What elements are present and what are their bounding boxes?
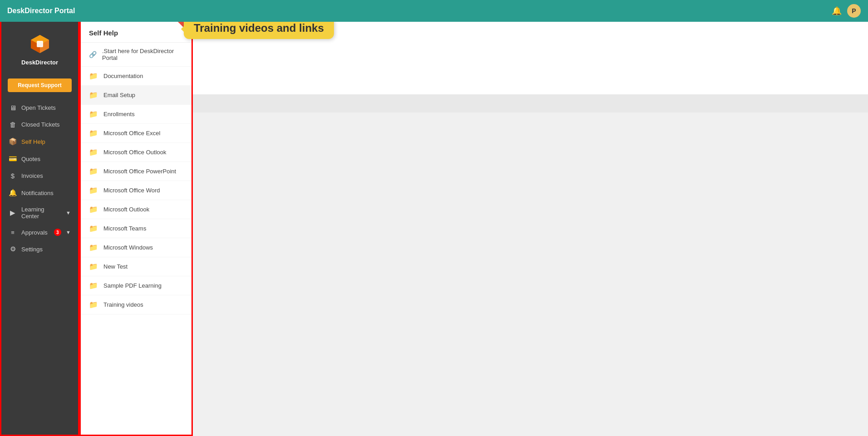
self-help-title: Self Help bbox=[81, 22, 191, 43]
top-header: DeskDirector Portal 🔔 P bbox=[0, 0, 868, 22]
folder-icon: 📁 bbox=[89, 129, 98, 137]
list-item[interactable]: 📁 Training videos bbox=[81, 295, 191, 314]
sidebar-item-invoices[interactable]: $ Invoices bbox=[1, 167, 78, 184]
folder-icon: 📁 bbox=[89, 148, 98, 157]
bell-icon[interactable]: 🔔 bbox=[832, 6, 842, 16]
header-icons: 🔔 P bbox=[832, 4, 861, 18]
list-item[interactable]: 📁 Sample PDF Learning bbox=[81, 276, 191, 295]
panels-wrapper: Training videos and links Self Help 🔗 .S… bbox=[79, 22, 868, 436]
list-item[interactable]: 📁 Microsoft Windows bbox=[81, 238, 191, 257]
sidebar-label-approvals: Approvals bbox=[21, 229, 48, 236]
sidebar-label-self-help: Self Help bbox=[21, 138, 45, 145]
sidebar-label-learning-center: Learning Center bbox=[21, 206, 61, 220]
sidebar-label-quotes: Quotes bbox=[21, 156, 40, 162]
list-item[interactable]: 📁 Email Setup bbox=[81, 86, 191, 105]
sidebar-label-settings: Settings bbox=[21, 246, 43, 253]
sidebar-item-open-tickets[interactable]: 🖥 Open Tickets bbox=[1, 99, 78, 116]
list-item[interactable]: 📁 Documentation bbox=[81, 67, 191, 86]
sidebar-item-self-help[interactable]: 📦 Self Help bbox=[1, 133, 78, 150]
list-item[interactable]: 📁 Microsoft Office Outlook bbox=[81, 143, 191, 162]
box-icon: 📦 bbox=[9, 137, 17, 146]
folder-icon: 📁 bbox=[89, 205, 98, 214]
nav-items: 🖥 Open Tickets 🗑 Closed Tickets 📦 Self H… bbox=[1, 96, 78, 261]
content-divider bbox=[193, 94, 868, 113]
gear-icon: ⚙ bbox=[9, 245, 17, 253]
play-icon: ▶ bbox=[9, 209, 17, 217]
sidebar-item-closed-tickets[interactable]: 🗑 Closed Tickets bbox=[1, 116, 78, 133]
list-item[interactable]: 📁 Microsoft Outlook bbox=[81, 200, 191, 219]
sidebar-item-learning-center[interactable]: ▶ Learning Center ▼ bbox=[1, 201, 78, 224]
sidebar-item-approvals[interactable]: ≡ Approvals 3 ▼ bbox=[1, 224, 78, 240]
folder-icon: 📁 bbox=[89, 224, 98, 233]
svg-rect-4 bbox=[37, 41, 43, 47]
sidebar-item-notifications[interactable]: 🔔 Notifications bbox=[1, 184, 78, 201]
tooltip-bubble: Training videos and links bbox=[184, 22, 334, 39]
item-label: Documentation bbox=[103, 73, 143, 79]
item-label: Microsoft Office Outlook bbox=[103, 149, 166, 156]
app-title: DeskDirector Portal bbox=[7, 7, 75, 15]
avatar[interactable]: P bbox=[847, 4, 861, 18]
trash-icon: 🗑 bbox=[9, 121, 17, 128]
item-label: Microsoft Teams bbox=[103, 225, 146, 232]
main-content-area bbox=[193, 22, 868, 436]
folder-icon: 📁 bbox=[89, 186, 98, 195]
logo-name: DeskDirector bbox=[21, 59, 58, 66]
list-item[interactable]: 📁 New Test bbox=[81, 257, 191, 276]
list-item[interactable]: 🔗 .Start here for DeskDirector Portal bbox=[81, 43, 191, 67]
sidebar: DeskDirector Request Support 🖥 Open Tick… bbox=[0, 22, 79, 436]
list-item[interactable]: 📁 Enrollments bbox=[81, 105, 191, 124]
sidebar-label-notifications: Notifications bbox=[21, 190, 54, 196]
item-label: Microsoft Office Excel bbox=[103, 130, 160, 137]
self-help-panel: Self Help 🔗 .Start here for DeskDirector… bbox=[79, 22, 193, 436]
bell-nav-icon: 🔔 bbox=[9, 189, 17, 197]
link-icon: 🔗 bbox=[89, 51, 97, 58]
item-label: New Test bbox=[103, 263, 128, 270]
approvals-badge: 3 bbox=[54, 229, 61, 236]
folder-icon: 📁 bbox=[89, 243, 98, 252]
item-label: Microsoft Outlook bbox=[103, 206, 149, 213]
item-label: Email Setup bbox=[103, 92, 135, 98]
list-item[interactable]: 📁 Microsoft Office Excel bbox=[81, 124, 191, 143]
chevron-down-icon: ▼ bbox=[66, 210, 71, 216]
item-label: Microsoft Office Word bbox=[103, 187, 160, 194]
item-label: .Start here for DeskDirector Portal bbox=[102, 48, 183, 61]
item-label: Sample PDF Learning bbox=[103, 282, 162, 289]
folder-icon: 📁 bbox=[89, 72, 98, 80]
sidebar-label-invoices: Invoices bbox=[21, 172, 43, 179]
sidebar-item-quotes[interactable]: 💳 Quotes bbox=[1, 150, 78, 167]
sidebar-label-open-tickets: Open Tickets bbox=[21, 104, 56, 111]
main-layout: DeskDirector Request Support 🖥 Open Tick… bbox=[0, 22, 868, 436]
item-label: Enrollments bbox=[103, 111, 135, 118]
sidebar-label-closed-tickets: Closed Tickets bbox=[21, 121, 60, 128]
monitor-icon: 🖥 bbox=[9, 104, 17, 112]
folder-icon: 📁 bbox=[89, 281, 98, 290]
list-item[interactable]: 📁 Microsoft Teams bbox=[81, 219, 191, 238]
dollar-icon: $ bbox=[9, 172, 17, 180]
card-icon: 💳 bbox=[9, 155, 17, 163]
item-label: Training videos bbox=[103, 301, 143, 308]
list-item[interactable]: 📁 Microsoft Office PowerPoint bbox=[81, 162, 191, 181]
folder-icon: 📁 bbox=[89, 110, 98, 118]
item-label: Microsoft Office PowerPoint bbox=[103, 168, 176, 175]
folder-icon: 📁 bbox=[89, 91, 98, 99]
item-label: Microsoft Windows bbox=[103, 244, 153, 251]
request-support-button[interactable]: Request Support bbox=[8, 78, 72, 92]
logo-area: DeskDirector bbox=[1, 22, 78, 73]
folder-icon: 📁 bbox=[89, 167, 98, 176]
list-item[interactable]: 📁 Microsoft Office Word bbox=[81, 181, 191, 200]
folder-icon: 📁 bbox=[89, 262, 98, 271]
deskdirector-logo-icon bbox=[29, 33, 51, 55]
sidebar-item-settings[interactable]: ⚙ Settings bbox=[1, 240, 78, 258]
folder-icon: 📁 bbox=[89, 300, 98, 309]
approvals-chevron-icon: ▼ bbox=[66, 230, 71, 235]
approvals-icon: ≡ bbox=[9, 229, 17, 236]
